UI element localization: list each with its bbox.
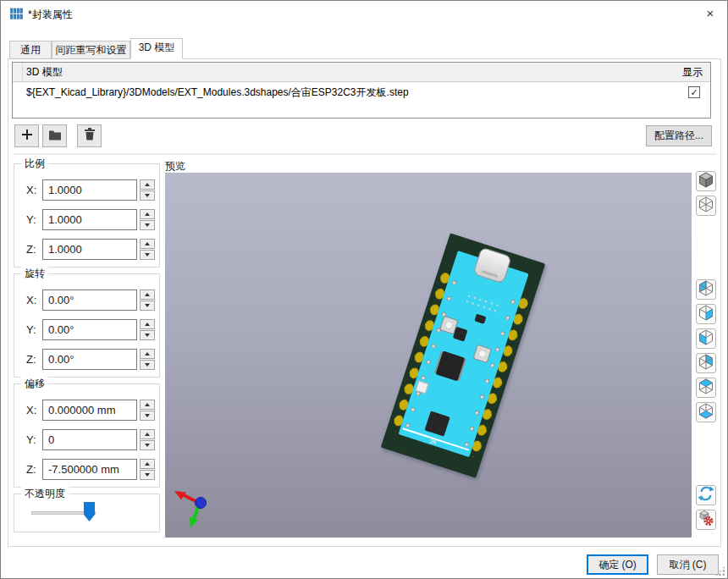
rotation-z-label: Z: (26, 349, 36, 370)
footprint-properties-dialog: *封装属性 × 通用 间距重写和设置 3D 模型 3D 模型 显示 ${EXT_… (0, 0, 728, 579)
wireframe-cube-icon (697, 195, 715, 217)
3d-preview-viewport[interactable]: 2R (165, 173, 692, 538)
scale-z-input[interactable]: 1.0000 (42, 239, 137, 260)
cube-front-face-icon (697, 352, 715, 374)
regulator-chip (453, 327, 468, 342)
spin-down-button[interactable] (140, 360, 155, 370)
rotation-z-row: Z: 0.00° (14, 349, 159, 370)
scale-x-row: X: 1.0000 (14, 179, 159, 201)
scale-z-spinner (140, 239, 155, 260)
offset-x-input[interactable]: 0.000000 mm (42, 400, 137, 421)
header-column-divider (22, 63, 23, 81)
trash-icon (84, 128, 96, 144)
rotation-z-input[interactable]: 0.00° (42, 349, 137, 370)
offset-y-label: Y: (26, 429, 36, 450)
scale-y-row: Y: 1.0000 (14, 209, 159, 230)
model-table-header: 3D 模型 显示 (13, 63, 710, 82)
spin-up-button[interactable] (140, 459, 155, 469)
offset-group-title: 偏移 (21, 377, 48, 391)
tab-3d-models[interactable]: 3D 模型 (130, 38, 183, 59)
tab-general[interactable]: 通用 (9, 41, 52, 59)
opacity-group-title: 不透明度 (21, 487, 69, 501)
scale-z-label: Z: (26, 239, 36, 260)
offset-group: 偏移 X: 0.000000 mm Y: 0 Z: -7.500000 mm (14, 383, 160, 488)
table-row[interactable]: ${EXT_Kicad_Library}/3DModels/EXT_Module… (13, 82, 710, 103)
view-left-button[interactable] (696, 328, 716, 349)
offset-y-input[interactable]: 0 (42, 429, 137, 450)
show-checkbox[interactable]: ✓ (688, 86, 700, 98)
spin-up-button[interactable] (140, 400, 155, 410)
tab-clearance-overrides[interactable]: 间距重写和设置 (52, 41, 130, 59)
rotation-y-label: Y: (26, 319, 36, 340)
perspective-view-button[interactable] (696, 196, 716, 216)
axis-orientation-icon (167, 483, 218, 538)
spin-down-button[interactable] (140, 411, 155, 421)
scale-group: 比例 X: 1.0000 Y: 1.0000 Z: 1.0000 (14, 163, 160, 267)
small-ic-chip (474, 314, 486, 324)
rotation-z-spinner (140, 349, 155, 370)
rotation-x-spinner (140, 290, 155, 311)
spin-up-button[interactable] (140, 209, 155, 219)
view-back-button[interactable] (696, 279, 716, 300)
spin-up-button[interactable] (140, 239, 155, 249)
offset-x-label: X: (26, 400, 36, 421)
browse-model-button[interactable] (42, 124, 67, 147)
rotation-x-label: X: (26, 290, 36, 311)
spin-up-button[interactable] (140, 349, 155, 359)
close-icon[interactable]: × (693, 1, 727, 26)
view-front-button[interactable] (696, 353, 716, 373)
spin-up-button[interactable] (140, 429, 155, 439)
cube-left-face-icon (697, 328, 715, 350)
pcb-board-3d: 2R (381, 233, 545, 477)
spin-up-button[interactable] (140, 179, 155, 190)
silkscreen-text: 2R (429, 438, 437, 445)
offset-y-spinner (140, 429, 155, 450)
rotation-y-row: Y: 0.00° (14, 319, 159, 340)
add-model-button[interactable] (14, 124, 39, 147)
delete-model-button[interactable] (77, 124, 102, 147)
offset-y-row: Y: 0 (14, 429, 159, 450)
rotation-group: 旋转 X: 0.00° Y: 0.00° Z: 0.00° (14, 273, 160, 378)
spin-down-button[interactable] (140, 470, 155, 480)
view-bottom-button[interactable] (696, 402, 716, 422)
titlebar[interactable]: *封装属性 × (1, 1, 727, 26)
scale-group-title: 比例 (21, 157, 48, 171)
spin-down-button[interactable] (140, 301, 155, 311)
configure-paths-button[interactable]: 配置路径... (646, 125, 712, 146)
rotation-y-spinner (140, 319, 155, 340)
through-holes-right (460, 295, 518, 456)
plus-icon (21, 129, 33, 144)
ok-button[interactable]: 确定 (O) (587, 554, 648, 575)
offset-z-row: Z: -7.500000 mm (14, 459, 159, 480)
gear-cube-icon (698, 510, 714, 530)
scale-x-label: X: (26, 179, 36, 201)
esp32-chip (436, 350, 466, 381)
scale-y-input[interactable]: 1.0000 (42, 209, 137, 230)
reload-model-button[interactable] (696, 485, 716, 505)
spin-down-button[interactable] (140, 440, 155, 450)
model-table: 3D 模型 显示 ${EXT_Kicad_Library}/3DModels/E… (12, 62, 711, 119)
spin-down-button[interactable] (140, 220, 155, 230)
model-path-cell[interactable]: ${EXT_Kicad_Library}/3DModels/EXT_Module… (26, 82, 409, 103)
view-top-button[interactable] (696, 378, 716, 398)
spin-down-button[interactable] (140, 190, 155, 201)
orthographic-view-button[interactable] (696, 171, 716, 191)
spin-up-button[interactable] (140, 319, 155, 329)
offset-z-input[interactable]: -7.500000 mm (42, 459, 137, 480)
column-header-model: 3D 模型 (26, 63, 63, 82)
offset-x-row: X: 0.000000 mm (14, 400, 159, 421)
preview-label: 预览 (165, 159, 185, 174)
toolbar-separator (13, 153, 716, 155)
spin-down-button[interactable] (140, 250, 155, 260)
scale-x-input[interactable]: 1.0000 (42, 179, 137, 201)
spin-up-button[interactable] (140, 290, 155, 300)
spin-down-button[interactable] (140, 330, 155, 340)
opacity-slider-thumb[interactable] (84, 502, 95, 521)
cancel-button[interactable]: 取消 (C) (657, 554, 719, 575)
scale-z-row: Z: 1.0000 (14, 239, 159, 260)
rotation-y-input[interactable]: 0.00° (42, 319, 137, 340)
view-right-button[interactable] (696, 304, 716, 324)
offset-z-label: Z: (26, 459, 36, 480)
rotation-x-input[interactable]: 0.00° (42, 290, 137, 311)
render-settings-button[interactable] (696, 510, 716, 530)
